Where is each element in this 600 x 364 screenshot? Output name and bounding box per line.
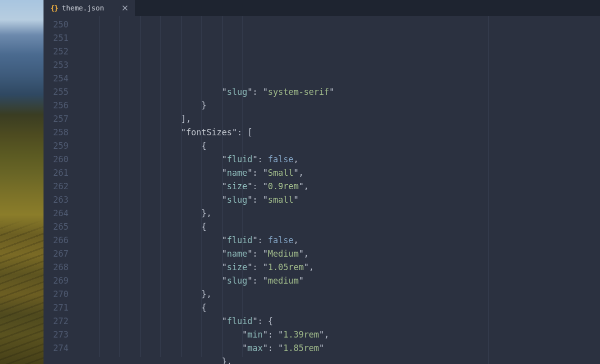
line-number: 250 <box>44 18 68 31</box>
code-line[interactable]: "fluid": { <box>78 315 600 328</box>
code-line[interactable]: "fluid": false, <box>78 153 600 166</box>
code-line[interactable]: { <box>78 220 600 234</box>
code-line[interactable]: "min": "1.39rem", <box>78 328 600 342</box>
tab-label: theme.json <box>62 4 117 12</box>
code-line[interactable]: } <box>78 99 600 112</box>
line-number: 274 <box>44 342 68 355</box>
line-number: 273 <box>44 328 68 342</box>
editor-window: {} theme.json 25025125225325425525625725… <box>44 0 600 364</box>
line-number: 265 <box>44 220 68 234</box>
code-line[interactable]: { <box>78 139 600 153</box>
line-number: 269 <box>44 274 68 288</box>
code-line[interactable]: "size": "0.9rem", <box>78 180 600 193</box>
line-number: 263 <box>44 193 68 207</box>
line-number: 264 <box>44 207 68 220</box>
line-number-gutter: 2502512522532542552562572582592602612622… <box>44 16 78 364</box>
code-line[interactable]: { <box>78 301 600 315</box>
line-number: 254 <box>44 72 68 85</box>
code-line[interactable]: "slug": "medium" <box>78 274 600 288</box>
line-number: 262 <box>44 180 68 193</box>
line-number: 270 <box>44 288 68 301</box>
json-file-icon: {} <box>50 4 58 12</box>
line-number: 267 <box>44 247 68 261</box>
editor-body[interactable]: 2502512522532542552562572582592602612622… <box>44 16 600 364</box>
line-number: 256 <box>44 99 68 112</box>
line-number: 258 <box>44 126 68 139</box>
code-line[interactable]: "slug": "small" <box>78 193 600 207</box>
code-line[interactable]: "slug": "system-serif" <box>78 85 600 99</box>
line-number: 268 <box>44 261 68 274</box>
line-number: 261 <box>44 166 68 180</box>
line-number: 255 <box>44 85 68 99</box>
line-number: 260 <box>44 153 68 166</box>
line-number: 266 <box>44 234 68 247</box>
code-line[interactable]: }, <box>78 207 600 220</box>
code-line[interactable]: ], <box>78 112 600 126</box>
line-number: 272 <box>44 315 68 328</box>
code-line[interactable]: "max": "1.85rem" <box>78 342 600 355</box>
line-number: 257 <box>44 112 68 126</box>
code-line[interactable]: "size": "1.05rem", <box>78 261 600 274</box>
tab-bar: {} theme.json <box>44 0 600 16</box>
line-number: 259 <box>44 139 68 153</box>
line-number: 251 <box>44 31 68 45</box>
code-line[interactable]: }, <box>78 288 600 301</box>
code-line[interactable]: "name": "Medium", <box>78 247 600 261</box>
line-number: 252 <box>44 45 68 58</box>
line-number: 253 <box>44 58 68 72</box>
tab-theme-json[interactable]: {} theme.json <box>44 0 136 16</box>
code-line[interactable]: "fluid": false, <box>78 234 600 247</box>
code-line[interactable]: "name": "Small", <box>78 166 600 180</box>
close-icon[interactable] <box>121 4 129 12</box>
line-number: 271 <box>44 301 68 315</box>
code-line[interactable]: "fontSizes": [ <box>78 126 600 139</box>
code-area[interactable]: "slug": "system-serif" } ], "fontSizes":… <box>78 16 600 364</box>
desktop-wallpaper <box>0 0 44 364</box>
code-line[interactable]: }, <box>78 355 600 364</box>
